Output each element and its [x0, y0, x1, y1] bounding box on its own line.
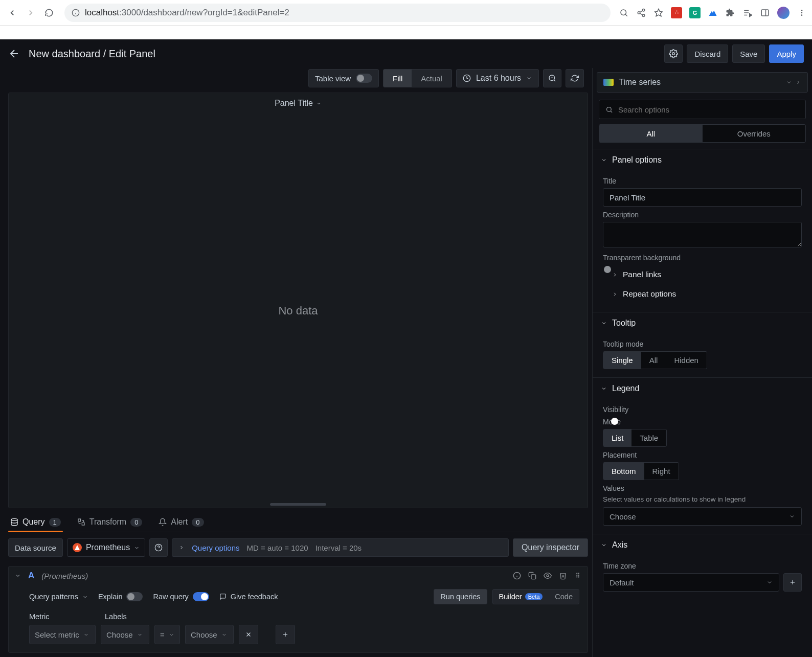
interval-info: Interval = 20s	[315, 543, 362, 552]
label-value-select[interactable]: Choose	[185, 625, 234, 644]
drag-handle-icon[interactable]	[574, 572, 581, 580]
search-field[interactable]	[618, 105, 799, 114]
delete-query-icon[interactable]	[559, 572, 567, 580]
browser-back-button[interactable]	[5, 6, 19, 20]
panel-icon[interactable]	[760, 8, 770, 18]
back-arrow-icon[interactable]	[8, 48, 20, 60]
browser-reload-button[interactable]	[42, 6, 56, 20]
metric-select[interactable]: Select metric	[29, 625, 96, 644]
tooltip-single[interactable]: Single	[603, 352, 641, 369]
chevron-right-icon[interactable]	[178, 545, 185, 551]
description-input[interactable]	[603, 222, 802, 247]
title-input[interactable]	[603, 188, 802, 207]
datasource-help-button[interactable]	[149, 538, 168, 557]
switch-icon[interactable]	[193, 592, 209, 601]
url-bar[interactable]: localhost:3000/dashboard/new?orgId=1&edi…	[64, 4, 611, 22]
visualization-picker[interactable]: Time series	[597, 72, 808, 93]
query-editor: A (Prometheus) Query patterns	[8, 566, 588, 653]
explain-toggle[interactable]: Explain	[98, 592, 143, 601]
query-inspector-button[interactable]: Query inspector	[513, 538, 588, 557]
svg-line-46	[611, 111, 612, 112]
builder-option[interactable]: Builder Beta	[493, 590, 549, 604]
query-ds-hint: (Prometheus)	[41, 572, 88, 580]
panel-title-dropdown[interactable]: Panel Title	[9, 93, 588, 114]
discard-button[interactable]: Discard	[687, 44, 728, 63]
actual-option[interactable]: Actual	[412, 70, 452, 87]
label-name-select[interactable]: Choose	[101, 625, 149, 644]
run-queries-button[interactable]: Run queries	[434, 589, 487, 604]
placement-bottom[interactable]: Bottom	[603, 463, 644, 480]
query-options-link[interactable]: Query options	[192, 543, 239, 552]
values-select[interactable]: Choose	[603, 507, 802, 526]
browser-chrome: localhost:3000/dashboard/new?orgId=1&edi…	[0, 0, 812, 26]
options-pane: Time series All Overrides Panel options	[592, 68, 812, 657]
search-options-input[interactable]	[599, 100, 806, 119]
raw-query-toggle[interactable]: Raw query	[153, 592, 209, 601]
tab-alert[interactable]: Alert 0	[156, 513, 206, 532]
legend-table[interactable]: Table	[631, 429, 666, 446]
placement-right[interactable]: Right	[644, 463, 679, 480]
md-info: MD = auto = 1020	[247, 543, 308, 552]
description-label: Description	[603, 211, 802, 219]
panel-options-header[interactable]: Panel options	[593, 149, 812, 171]
datasource-picker[interactable]: Prometheus	[67, 538, 145, 557]
zoom-icon[interactable]	[619, 8, 629, 18]
time-range-picker[interactable]: Last 6 hours	[456, 69, 539, 87]
tooltip-header[interactable]: Tooltip	[593, 312, 812, 334]
settings-button[interactable]	[664, 44, 683, 63]
repeat-options-subsection[interactable]: Repeat options	[603, 284, 802, 304]
values-label: Values	[603, 484, 802, 492]
tooltip-hidden[interactable]: Hidden	[666, 352, 707, 369]
apply-button[interactable]: Apply	[769, 44, 804, 63]
zoom-out-button[interactable]	[543, 69, 561, 87]
save-button[interactable]: Save	[732, 44, 765, 63]
query-options-bar: Query options MD = auto = 1020 Interval …	[172, 538, 509, 557]
legend-header[interactable]: Legend	[593, 378, 812, 399]
browser-forward-button[interactable]	[24, 6, 38, 20]
fill-option[interactable]: Fill	[384, 70, 412, 87]
svg-point-6	[638, 11, 640, 14]
tooltip-all[interactable]: All	[641, 352, 666, 369]
extension-icon-3[interactable]	[708, 8, 718, 18]
remove-label-button[interactable]	[239, 625, 258, 644]
tab-overrides[interactable]: Overrides	[703, 125, 806, 142]
copy-query-icon[interactable]	[528, 572, 536, 580]
axis-header[interactable]: Axis	[593, 534, 812, 556]
switch-icon[interactable]	[126, 592, 143, 601]
placement-group: Bottom Right	[603, 462, 679, 480]
code-option[interactable]: Code	[549, 590, 579, 604]
extensions-puzzle-icon[interactable]	[725, 8, 735, 18]
query-ref-id[interactable]: A	[28, 571, 34, 581]
tab-all[interactable]: All	[599, 125, 703, 142]
svg-point-7	[642, 14, 645, 17]
tab-query[interactable]: Query 1	[8, 513, 63, 532]
refresh-button[interactable]	[566, 69, 584, 87]
query-patterns-dropdown[interactable]: Query patterns	[29, 593, 88, 601]
star-icon[interactable]	[653, 8, 664, 18]
playlist-icon[interactable]	[742, 8, 753, 18]
legend-list[interactable]: List	[603, 429, 631, 446]
chevron-down-icon	[601, 320, 607, 326]
url-text: localhost:3000/dashboard/new?orgId=1&edi…	[85, 8, 289, 18]
add-timezone-button[interactable]	[783, 573, 802, 592]
extension-icon-2[interactable]: G	[689, 7, 701, 18]
timezone-select[interactable]: Default	[603, 573, 779, 592]
give-feedback-link[interactable]: Give feedback	[219, 593, 278, 601]
query-help-icon[interactable]	[513, 572, 521, 580]
switch-icon[interactable]	[356, 74, 372, 83]
panel-links-subsection[interactable]: Panel links	[603, 265, 802, 284]
tab-transform[interactable]: Transform 0	[75, 513, 145, 532]
chevron-right-icon[interactable]	[795, 79, 801, 85]
toggle-visibility-icon[interactable]	[544, 572, 552, 580]
share-icon[interactable]	[636, 8, 646, 18]
chevron-down-icon[interactable]	[15, 573, 21, 579]
profile-avatar[interactable]	[777, 7, 790, 19]
browser-menu-icon[interactable]	[797, 8, 807, 18]
resize-handle[interactable]	[270, 503, 326, 506]
svg-point-25	[11, 518, 17, 520]
add-label-button[interactable]	[276, 625, 295, 644]
operator-select[interactable]: =	[154, 625, 180, 644]
extension-icon-1[interactable]: ∴	[671, 7, 682, 18]
table-view-toggle[interactable]: Table view	[308, 69, 379, 87]
placement-label: Placement	[603, 451, 802, 459]
